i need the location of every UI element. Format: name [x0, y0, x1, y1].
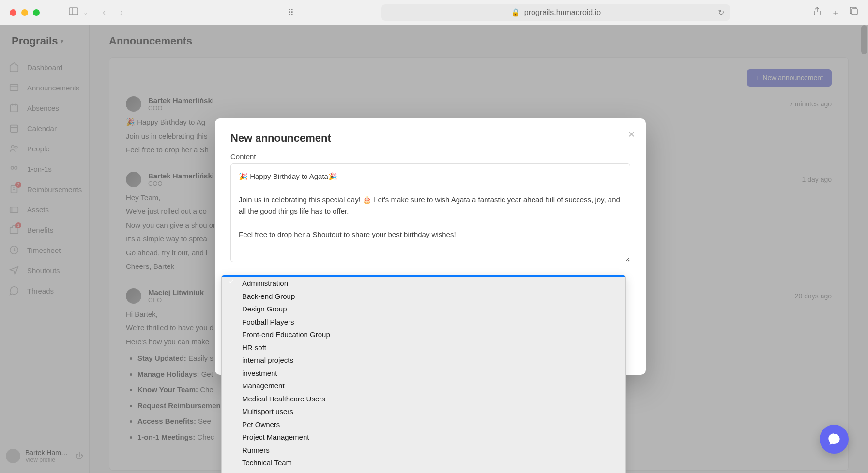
minimize-window[interactable] — [21, 9, 28, 16]
dropdown-option[interactable]: Administration — [222, 277, 625, 290]
svg-rect-2 — [852, 9, 857, 15]
dropdown-option[interactable]: Runners — [222, 444, 625, 457]
tabs-icon[interactable] — [850, 7, 858, 18]
svg-rect-0 — [69, 8, 78, 15]
sidebar-toggle-icon[interactable] — [69, 7, 78, 17]
chevron-down-icon[interactable]: ⌄ — [222, 470, 625, 473]
dropdown-option[interactable]: Project Management — [222, 431, 625, 444]
reload-icon[interactable]: ↻ — [718, 8, 724, 17]
chat-bubble[interactable] — [820, 425, 849, 454]
close-icon[interactable]: ✕ — [628, 129, 635, 140]
apps-grid-icon[interactable]: ⠿ — [288, 7, 294, 18]
nav-forward-icon[interactable]: › — [120, 7, 123, 17]
dropdown-option[interactable]: Medical Healthcare Users — [222, 393, 625, 406]
chevron-down-icon[interactable]: ⌄ — [83, 9, 88, 16]
dropdown-option[interactable]: HR soft — [222, 341, 625, 355]
content-textarea[interactable] — [230, 163, 630, 262]
group-dropdown[interactable]: AdministrationBack-end GroupDesign Group… — [221, 275, 626, 473]
dropdown-option[interactable]: Back-end Group — [222, 290, 625, 303]
url-text: prograils.humadroid.io — [524, 8, 601, 17]
maximize-window[interactable] — [33, 9, 40, 16]
dropdown-option[interactable]: Football Players — [222, 316, 625, 329]
browser-toolbar: ⌄ ‹ › ⠿ 🔒 prograils.humadroid.io ↻ ＋ — [0, 0, 868, 25]
new-tab-icon[interactable]: ＋ — [831, 7, 840, 18]
content-label: Content — [230, 152, 630, 161]
dropdown-option[interactable]: Multisport users — [222, 405, 625, 418]
dropdown-option[interactable]: Management — [222, 380, 625, 393]
lock-icon: 🔒 — [511, 8, 520, 17]
url-bar[interactable]: 🔒 prograils.humadroid.io ↻ — [381, 4, 730, 21]
modal-title: New announcement — [230, 132, 630, 145]
close-window[interactable] — [10, 9, 16, 16]
dropdown-option[interactable]: Front-end Education Group — [222, 328, 625, 341]
dropdown-option[interactable]: Design Group — [222, 303, 625, 316]
nav-back-icon[interactable]: ‹ — [103, 7, 106, 17]
dropdown-option[interactable]: Technical Team — [222, 457, 625, 470]
dropdown-option[interactable]: investment — [222, 367, 625, 380]
dropdown-option[interactable]: internal projects — [222, 354, 625, 367]
share-icon[interactable] — [813, 7, 822, 18]
window-controls[interactable] — [10, 9, 40, 16]
dropdown-option[interactable]: Pet Owners — [222, 418, 625, 431]
